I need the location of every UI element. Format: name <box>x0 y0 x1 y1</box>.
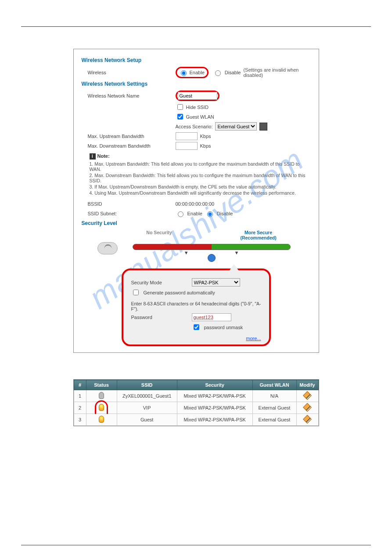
gen-password-checkbox[interactable] <box>133 290 139 295</box>
password-unmask-checkbox[interactable] <box>194 324 199 330</box>
subnet-disable-label: Disable <box>217 211 233 216</box>
access-scenario-select[interactable]: External Guest <box>215 122 257 131</box>
th-guest: Guest WLAN <box>252 380 296 390</box>
max-down-input[interactable] <box>176 142 198 150</box>
no-security-label: No Security <box>146 230 172 240</box>
subnet-enable-radio[interactable] <box>178 211 183 217</box>
cell-ssid: VIP <box>117 402 177 414</box>
security-title: Security Level <box>82 220 311 226</box>
security-popup: Security Mode WPA2-PSK Generate password… <box>122 268 271 346</box>
security-mode-select[interactable]: WPA2-PSK <box>192 278 240 287</box>
table-row: 1 ZyXEL000001_Guest1 Mixed WPA2-PSK/WPA-… <box>74 390 318 402</box>
cell-ssid: ZyXEL000001_Guest1 <box>117 390 177 402</box>
bssid-value: 00:00:00:00:00:00 <box>176 201 215 207</box>
password-unmask-label: password unmask <box>204 325 243 330</box>
cell-guest: External Guest <box>252 402 296 414</box>
subnet-disable-radio[interactable] <box>207 211 213 217</box>
cell-security: Mixed WPA2-PSK/WPA-PSK <box>177 402 252 414</box>
security-mode-label: Security Mode <box>131 280 188 285</box>
hide-ssid-label: Hide SSID <box>186 105 209 110</box>
edit-icon[interactable] <box>303 415 312 424</box>
hide-ssid-checkbox[interactable] <box>177 104 183 110</box>
recommended-label: (Recommended) <box>240 235 276 240</box>
wireless-label: Wireless <box>88 70 176 75</box>
kbps-up: Kbps <box>200 134 211 139</box>
ssid-table: # Status SSID Security Guest WLAN Modify… <box>74 380 319 426</box>
note-icon: i <box>90 153 96 160</box>
th-num: # <box>74 380 86 390</box>
settings-title: Wireless Network Settings <box>82 81 311 87</box>
more-secure-label: More Secure <box>245 230 272 235</box>
cell-security: Mixed WPA2-PSK/WPA-PSK <box>177 390 252 402</box>
bssid-label: BSSID <box>88 201 176 207</box>
th-security: Security <box>177 380 252 390</box>
ssid-table-panel: # Status SSID Security Guest WLAN Modify… <box>73 379 319 426</box>
setup-title: Wireless Network Setup <box>82 57 311 63</box>
table-row: 3 Guest Mixed WPA2-PSK/WPA-PSK External … <box>74 414 318 426</box>
enable-label: Enable <box>190 70 205 75</box>
max-up-input[interactable] <box>176 132 198 140</box>
th-status: Status <box>86 380 117 390</box>
password-input[interactable] <box>192 313 231 321</box>
th-modify: Modify <box>296 380 318 390</box>
disable-hint: (Settings are invalid when disabled) <box>243 67 310 78</box>
bulb-icon <box>99 392 104 399</box>
ssid-name-highlight <box>176 91 219 101</box>
table-row: 2 VIP Mixed WPA2-PSK/WPA-PSK External Gu… <box>74 402 318 414</box>
cell-num: 3 <box>74 414 86 426</box>
slider-knob[interactable] <box>208 254 216 262</box>
cell-guest: External Guest <box>252 414 296 426</box>
kbps-down: Kbps <box>200 143 211 149</box>
cell-ssid: Guest <box>117 414 177 426</box>
wifi-icon <box>97 242 118 254</box>
note-heading: iNote: <box>90 153 311 160</box>
access-scenario-label: Access Scenario: <box>176 124 213 129</box>
password-label: Password <box>131 315 188 320</box>
more-link[interactable]: more... <box>246 336 261 341</box>
bulb-icon <box>99 416 104 423</box>
max-up-label: Max. Upstream Bandwidth <box>88 134 176 139</box>
ssid-name-label: Wireless Network Name <box>88 93 176 98</box>
edit-icon[interactable] <box>303 391 312 400</box>
password-hint: Enter 8-63 ASCII characters or 64 hexade… <box>131 301 261 312</box>
security-slider[interactable]: ▼ ▼ <box>133 244 291 258</box>
wireless-config-panel: Wireless Network Setup Wireless Enable D… <box>73 49 319 353</box>
cell-guest: N/A <box>252 390 296 402</box>
guest-wlan-checkbox[interactable] <box>177 114 183 120</box>
cell-num: 2 <box>74 402 86 414</box>
notes-list: 1. Max. Upstream Bandwidth: This field a… <box>90 161 311 196</box>
ssid-name-input[interactable] <box>178 92 217 100</box>
edit-icon[interactable] <box>303 403 312 412</box>
disable-label: Disable <box>225 70 241 75</box>
cell-security: Mixed WPA2-PSK/WPA-PSK <box>177 414 252 426</box>
subnet-enable-label: Enable <box>187 211 202 216</box>
cell-num: 1 <box>74 390 86 402</box>
gen-password-label: Generate password automatically <box>144 290 215 295</box>
enable-highlight: Enable <box>176 67 209 78</box>
host-icon[interactable] <box>259 123 267 131</box>
max-down-label: Max. Downstream Bandwidth <box>88 143 176 149</box>
wireless-disable-radio[interactable] <box>215 70 221 76</box>
ssid-subnet-label: SSID Subnet: <box>88 211 176 216</box>
guest-wlan-label: Guest WLAN <box>186 114 214 120</box>
th-ssid: SSID <box>117 380 177 390</box>
wireless-enable-radio[interactable] <box>181 70 187 76</box>
